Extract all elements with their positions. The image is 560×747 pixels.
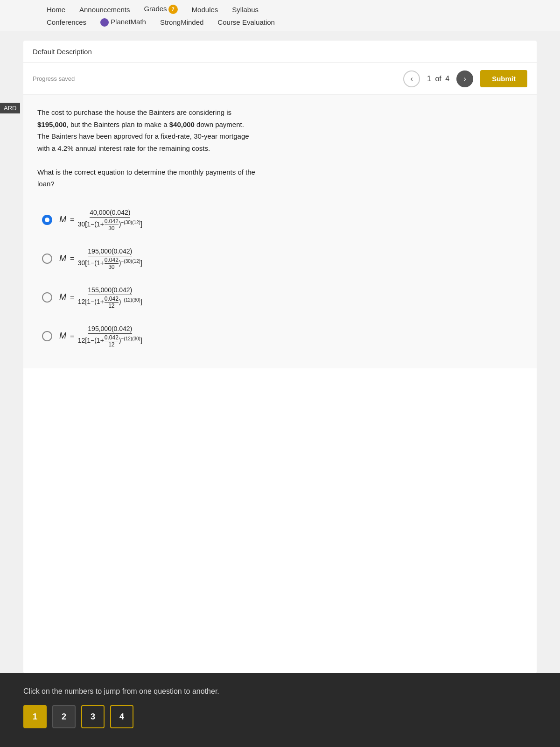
q-num-4[interactable]: 4 — [110, 705, 133, 728]
prev-arrow[interactable]: ‹ — [403, 70, 420, 87]
radio-a[interactable] — [42, 215, 52, 225]
nav-modules[interactable]: Modules — [192, 6, 218, 14]
formula-b: M = 195,000(0.042) 30[1−(1+ 0.042 30 )−(… — [59, 247, 142, 270]
progress-area: Progress saved ‹ 1 of 4 › Submit — [23, 63, 537, 95]
radio-b[interactable] — [42, 254, 52, 264]
page-indicator: 1 of 4 — [427, 75, 449, 83]
submit-button[interactable]: Submit — [480, 70, 527, 87]
radio-c[interactable] — [42, 292, 52, 303]
answer-option-d[interactable]: M = 195,000(0.042) 12[1−(1+ 0.042 12 )−(… — [42, 325, 518, 347]
planetmath-icon — [100, 18, 109, 27]
formula-a: M = 40,000(0.042) 30[1−(1+ 0.042 30 )−(3… — [59, 209, 142, 231]
description-header: Default Description — [23, 41, 537, 63]
nav-grades[interactable]: Grades7 — [144, 5, 177, 14]
question-text: The cost to purchase the house the Baint… — [37, 106, 523, 190]
answer-options: M = 40,000(0.042) 30[1−(1+ 0.042 30 )−(3… — [37, 199, 523, 357]
bottom-hint: Click on the numbers to jump from one qu… — [23, 687, 537, 696]
main-wrapper: Default Description Progress saved ‹ 1 o… — [0, 31, 560, 673]
bottom-area: Click on the numbers to jump from one qu… — [0, 673, 560, 747]
formula-c: M = 155,000(0.042) 12[1−(1+ 0.042 12 )−(… — [59, 286, 142, 309]
q-num-3[interactable]: 3 — [81, 705, 105, 728]
answer-option-a[interactable]: M = 40,000(0.042) 30[1−(1+ 0.042 30 )−(3… — [42, 209, 518, 231]
nav-strongminded[interactable]: StrongMinded — [160, 18, 203, 26]
question-numbers: 1 2 3 4 — [23, 705, 537, 728]
nav-home[interactable]: Home — [47, 6, 65, 14]
nav-planetmath[interactable]: PlanetMath — [100, 18, 146, 27]
nav-conferences[interactable]: Conferences — [47, 18, 86, 26]
answer-option-b[interactable]: M = 195,000(0.042) 30[1−(1+ 0.042 30 )−(… — [42, 247, 518, 270]
sidebar-label: ARD — [0, 103, 20, 113]
next-arrow[interactable]: › — [456, 70, 473, 87]
progress-saved: Progress saved — [33, 75, 396, 82]
question-content: The cost to purchase the house the Baint… — [23, 95, 537, 368]
nav-row-1: Home Announcements Grades7 Modules Sylla… — [47, 5, 546, 14]
nav-syllabus[interactable]: Syllabus — [232, 6, 259, 14]
radio-d[interactable] — [42, 331, 52, 341]
q-num-1[interactable]: 1 — [23, 705, 47, 728]
formula-d: M = 195,000(0.042) 12[1−(1+ 0.042 12 )−(… — [59, 325, 142, 347]
nav-course-eval[interactable]: Course Evaluation — [217, 18, 275, 26]
nav-announcements[interactable]: Announcements — [79, 6, 130, 14]
quiz-container: Progress saved ‹ 1 of 4 › Submit The cos… — [23, 63, 537, 673]
radio-inner-a — [45, 218, 49, 222]
answer-option-c[interactable]: M = 155,000(0.042) 12[1−(1+ 0.042 12 )−(… — [42, 286, 518, 309]
top-nav: Home Announcements Grades7 Modules Sylla… — [0, 0, 560, 31]
q-num-2[interactable]: 2 — [52, 705, 76, 728]
grades-badge: 7 — [168, 5, 178, 14]
nav-row-2: Conferences PlanetMath StrongMinded Cour… — [47, 18, 546, 27]
